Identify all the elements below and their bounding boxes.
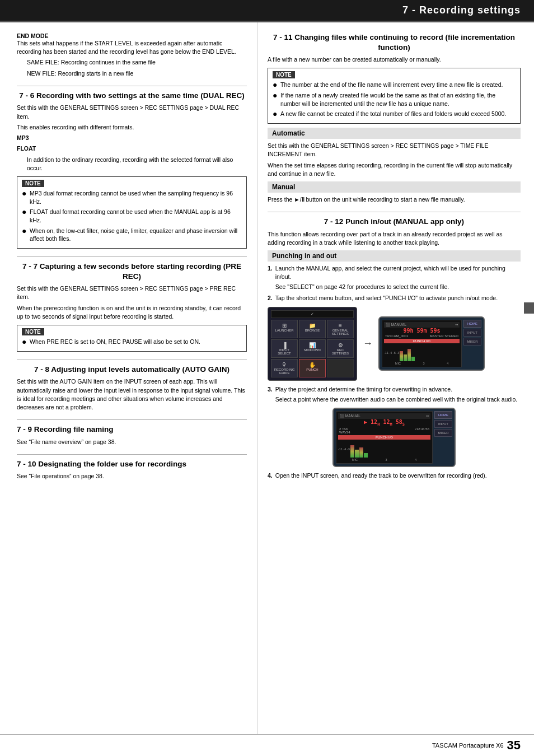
- fi-note-text-2: If the name of a newly created file woul…: [280, 91, 516, 108]
- section-7-11-title: 7 - 11 Changing files while continuing t…: [268, 32, 521, 52]
- meter-bar-1: [400, 351, 403, 361]
- mic-label-2: MIC: [352, 458, 358, 461]
- home-button-2[interactable]: HOME: [434, 411, 452, 419]
- screen-info-row-2: 2 TAKWAV24 /12:34:56: [338, 427, 430, 435]
- input-button-1[interactable]: INPUT: [463, 329, 481, 337]
- project-name: TASCAM_0001: [385, 334, 408, 338]
- input-button-2[interactable]: INPUT: [434, 420, 452, 428]
- section-7-8-title: 7 - 8 Adjusting input levels automatical…: [17, 365, 247, 375]
- meter-labels: -11 -4 -6 -3: [384, 351, 399, 354]
- section-7-8-body: Set this with the AUTO GAIN item on the …: [17, 377, 247, 412]
- note-bullet-3: ● When on, the low-cut filter, noise gat…: [22, 227, 242, 243]
- page: 7 - Recording settings END MODE This set…: [0, 0, 534, 756]
- main-screen-area: ⬛ MANUAL ▪▪ 99h 59m 59s TASCAM_0001 MAST…: [382, 320, 462, 367]
- fi-bullet-3: ●: [273, 110, 280, 118]
- note-label-1: NOTE: [22, 180, 44, 187]
- end-mode-section: END MODE This sets what happens if the S…: [17, 32, 247, 78]
- step-2: 2. Tap the shortcut menu button, and sel…: [268, 294, 521, 302]
- page-footer: TASCAM Portacapture X6 35: [0, 734, 534, 756]
- mic-label: MIC: [395, 362, 401, 365]
- meter-bar-4: [411, 357, 415, 361]
- divider-5: [17, 454, 247, 455]
- time2-label: /12:34:56: [415, 427, 429, 434]
- meter-bar-2-1: [350, 445, 354, 458]
- rec-settings-label: RECSETTINGS: [329, 348, 352, 355]
- side-buttons-1: HOME INPUT MIXER: [463, 320, 481, 367]
- step-text-3: Play the project and determine the timin…: [275, 385, 518, 403]
- section-7-12-intro: This function allows recording over part…: [268, 230, 521, 247]
- right-tab: [524, 302, 534, 314]
- tracks-label: 2 TAKWAV24: [339, 427, 350, 434]
- side-buttons-2: HOME INPUT MIXER: [434, 411, 452, 464]
- ch3-label: 3: [423, 362, 424, 365]
- meter-bar-3: [407, 349, 411, 361]
- timer-display-2: ▶ 12H 12M 58S: [338, 419, 430, 427]
- punch-cell: ✋ PUNCH: [299, 359, 326, 377]
- battery-icon-2: ▪▪: [426, 414, 429, 418]
- screen-content: ⬛ MANUAL ▪▪ 99h 59m 59s TASCAM_0001 MAST…: [382, 320, 462, 367]
- section-7-6-title: 7 - 6 Recording with two settings at the…: [17, 91, 247, 101]
- punching-title: Punching in and out: [268, 250, 521, 262]
- section-7-7-body: When the prerecording function is on and…: [17, 304, 247, 321]
- screen-content-2: ⬛ MANUAL ▪▪ ▶ 12H 12M 58S 2 TAKWAV24 /12…: [336, 411, 433, 464]
- mixdown-cell: 📊 MIXDOWN: [299, 339, 326, 358]
- section-7-10-body: See “File operations” on page 38.: [17, 472, 247, 480]
- mp3-label: MP3: [17, 134, 247, 142]
- section-7-10: 7 - 10 Designating the folder use for re…: [17, 459, 247, 481]
- meter-bar-2-3: [359, 447, 363, 458]
- input-select-label: INPUTSELECT: [273, 348, 296, 355]
- note-label-2: NOTE: [22, 328, 44, 335]
- note-bullet-1: ● MP3 dual format recording cannot be us…: [22, 189, 242, 206]
- note-label-3: NOTE: [273, 71, 295, 78]
- section-7-7-title: 7 - 7 Capturing a few seconds before sta…: [17, 262, 247, 281]
- section-7-7-intro: Set this with the GENERAL SETTINGS scree…: [17, 284, 247, 301]
- step-3: 3. Play the project and determine the ti…: [268, 385, 521, 403]
- fi-bullet-1: ●: [273, 81, 280, 88]
- section-7-12-title: 7 - 12 Punch in/out (MANUAL app only): [268, 217, 521, 227]
- channel-labels-2: MIC 3 4: [338, 458, 430, 461]
- pre-rec-note-box: NOTE ● When PRE REC is set to ON, REC PA…: [17, 325, 247, 352]
- note-text-2: FLOAT dual format recording cannot be us…: [30, 208, 242, 224]
- timer-display-1: 99h 59m 59s: [384, 328, 460, 334]
- fi-note-text-3: A new file cannot be created if the tota…: [280, 110, 506, 118]
- section-7-8: 7 - 8 Adjusting input levels automatical…: [17, 365, 247, 412]
- same-file-text: SAME FILE: Recording continues in the sa…: [27, 58, 247, 67]
- section-7-7: 7 - 7 Capturing a few seconds before sta…: [17, 262, 247, 352]
- meter-bar-2-2: [355, 450, 359, 458]
- ch4-label-2: 4: [415, 458, 416, 461]
- divider-6: [268, 212, 521, 212]
- ch4-label: 4: [447, 362, 448, 365]
- app-grid: ⊞ LAUNCHER 📁 BROWSE ≡ GENERALSETTINGS: [271, 320, 354, 377]
- punch-io-badge-2: PUNCH I/O: [338, 435, 430, 440]
- manual-device-screen: ⬛ MANUAL ▪▪ 99h 59m 59s TASCAM_0001 MAST…: [378, 316, 485, 371]
- recording-guide-label: RECORDINGGUIDE: [273, 368, 296, 375]
- bullet-icon-3: ●: [22, 227, 30, 235]
- section-7-6-intro: Set this with the GENERAL SETTINGS scree…: [17, 104, 247, 120]
- new-file-text: NEW FILE: Recording starts in a new file: [27, 69, 247, 78]
- page-title: 7 - Recording settings: [402, 4, 521, 16]
- note-text-1: MP3 dual format recording cannot be used…: [30, 189, 242, 206]
- section-7-11: 7 - 11 Changing files while continuing t…: [268, 32, 521, 204]
- home-button-1[interactable]: HOME: [463, 320, 481, 328]
- step-num-4: 4.: [268, 472, 273, 480]
- manual-label-1: ⬛ MANUAL: [386, 323, 406, 327]
- screenshot-row-2: ⬛ MANUAL ▪▪ ▶ 12H 12M 58S 2 TAKWAV24 /12…: [268, 408, 521, 467]
- brand-label: TASCAM Portacapture X6: [432, 742, 504, 749]
- mixer-button-2[interactable]: MIXER: [434, 429, 452, 437]
- empty-cell: [327, 359, 354, 377]
- mixer-button-1[interactable]: MIXER: [463, 338, 481, 346]
- automatic-body-1: Set this with the GENERAL SETTINGS scree…: [268, 142, 521, 158]
- screen-top-bar-2: ⬛ MANUAL ▪▪: [338, 413, 430, 419]
- bullet-icon-1: ●: [22, 189, 30, 197]
- meter-labels-2: -11 -4 -3: [338, 447, 350, 451]
- step-4: 4. Open the INPUT screen, and ready the …: [268, 472, 521, 480]
- manual-device-screen-2: ⬛ MANUAL ▪▪ ▶ 12H 12M 58S 2 TAKWAV24 /12…: [332, 408, 456, 467]
- section-7-6-enables: This enables recording with different fo…: [17, 123, 247, 132]
- step-text-2: Tap the shortcut menu button, and select…: [275, 294, 498, 302]
- general-settings-cell: ≡ GENERALSETTINGS: [327, 320, 354, 338]
- section-7-10-title: 7 - 10 Designating the folder use for re…: [17, 459, 247, 469]
- page-header: 7 - Recording settings: [0, 0, 534, 22]
- section-7-6: 7 - 6 Recording with two settings at the…: [17, 91, 247, 249]
- screen-info-row: TASCAM_0001 MASTER STEREO: [384, 334, 460, 338]
- divider-3: [17, 360, 247, 360]
